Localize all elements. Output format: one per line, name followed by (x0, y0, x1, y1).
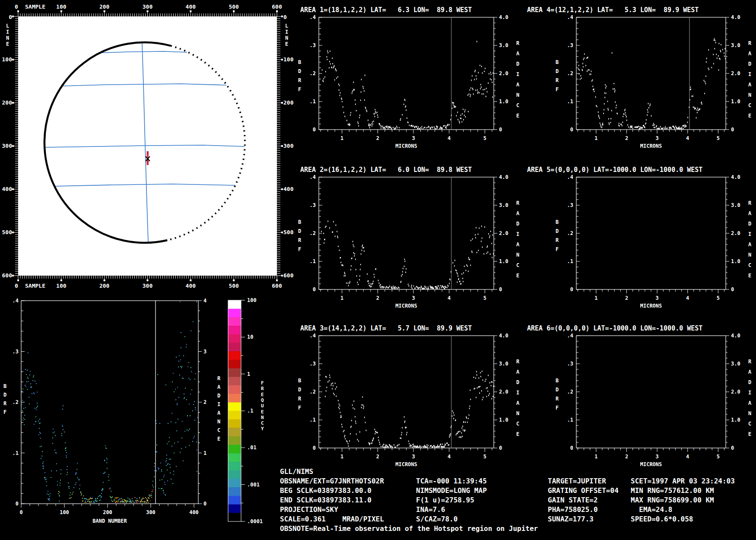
svg-text:0: 0 (313, 127, 316, 133)
info-field: OBSNOTE=Real-Time observation of the Hot… (280, 524, 538, 533)
svg-text:300: 300 (146, 509, 156, 515)
plot-box (319, 17, 494, 130)
y-right-title: D (748, 221, 751, 227)
svg-text:.1: .1 (247, 408, 253, 414)
svg-text:100: 100 (247, 297, 257, 303)
svg-text:0: 0 (731, 286, 734, 292)
info-field: OBSNAME/EXT=G7JNRTHOTS02R (280, 477, 384, 485)
info-field: TARGET=JUPITER (548, 477, 606, 485)
svg-text:.1: .1 (567, 98, 573, 105)
svg-text:100: 100 (60, 509, 69, 515)
y-right-title: D (217, 393, 220, 399)
y-left-title: B (556, 59, 559, 65)
svg-text:4.0: 4.0 (731, 14, 740, 20)
area-plot-title: AREA 1=(18,1,2,2) LAT= 6.3 LON= 89.8 WES… (300, 6, 472, 14)
area-4-spectrum-plot: AREA 4=(12,1,2,2) LAT= 5.3 LON= 89.9 WES… (518, 3, 756, 150)
y-left-title: B (298, 59, 301, 65)
svg-text:0: 0 (313, 445, 316, 451)
plot-box (319, 177, 494, 289)
svg-text:5: 5 (483, 135, 486, 141)
svg-text:5: 5 (717, 454, 720, 460)
y-right-title: A (748, 400, 752, 406)
area-plot-title: AREA 5=(0,0,0,0) LAT=-1000.0 LON=-1000.0… (527, 166, 702, 174)
y-right-title: I (748, 71, 751, 77)
x-axis-title: MICRONS (395, 143, 417, 149)
svg-text:4: 4 (203, 298, 206, 304)
svg-text:.3: .3 (567, 361, 573, 367)
info-field: PHA=758025.0 (548, 505, 598, 514)
frequency-colorbar: 100101.1.01.001.0001FREQUENCY (225, 296, 281, 534)
y-left-title: D (3, 392, 6, 398)
y-left-title: B (298, 378, 301, 384)
svg-text:200: 200 (99, 3, 110, 10)
svg-text:0: 0 (15, 3, 18, 10)
svg-text:300: 300 (2, 143, 13, 149)
area-plot-title: AREA 2=(16,1,2,2) LAT= 6.0 LON= 89.8 WES… (300, 166, 472, 174)
svg-text:.3: .3 (567, 42, 573, 48)
svg-text:100: 100 (2, 56, 13, 63)
info-field: SUNAZ=177.3 (548, 515, 594, 523)
svg-text:2.0: 2.0 (731, 230, 740, 236)
area-5-spectrum-plot: AREA 5=(0,0,0,0) LAT=-1000.0 LON=-1000.0… (518, 163, 756, 310)
colorbar-title: E (261, 392, 264, 397)
plot-axes (21, 301, 202, 508)
y-right-title: A (748, 369, 752, 375)
y-left-title: D (556, 387, 559, 393)
svg-text:3: 3 (412, 295, 415, 301)
info-field: EMA=24.8 (631, 505, 672, 514)
svg-text:2.0: 2.0 (731, 389, 740, 395)
svg-text:2: 2 (376, 454, 379, 460)
svg-text:.2: .2 (310, 230, 316, 236)
svg-text:1: 1 (340, 135, 343, 141)
y-left-title: F (3, 409, 6, 415)
svg-text:4: 4 (448, 454, 451, 460)
svg-text:.4: .4 (13, 298, 19, 304)
svg-text:5: 5 (717, 135, 720, 141)
info-field: S/CAZ=78.0 (416, 515, 457, 523)
plot-box (576, 336, 726, 448)
svg-text:500: 500 (2, 229, 13, 235)
y-right-title: A (748, 51, 752, 57)
y-right-title: D (748, 61, 751, 67)
y-left-title: R (556, 237, 559, 243)
svg-text:0: 0 (499, 286, 502, 292)
svg-text:400: 400 (189, 509, 199, 515)
y-right-title: A (748, 82, 752, 88)
y-right-title: R (217, 375, 221, 381)
svg-text:1: 1 (203, 450, 206, 456)
info-field: MAX RNG=758699.00 KM (631, 496, 714, 504)
svg-text:1: 1 (340, 295, 343, 301)
plot-axes (319, 17, 497, 133)
y-right-title: E (748, 431, 751, 437)
info-field: PROJECTION=SKY (280, 505, 338, 514)
svg-text:0: 0 (731, 445, 734, 451)
y-right-title: A (748, 241, 752, 248)
area-3-spectrum-plot: AREA 3=(14,1,2,2) LAT= 5.7 LON= 89.9 WES… (279, 322, 521, 469)
sky-x-axis-title-top: SAMPLE (25, 3, 45, 10)
svg-text:0: 0 (15, 283, 18, 289)
info-field: END SCLK=03897383.11.0 (280, 496, 372, 504)
svg-text:4.0: 4.0 (731, 174, 740, 180)
y-right-title: R (748, 359, 752, 365)
y-left-title: R (298, 237, 302, 243)
colorbar-title: E (261, 409, 264, 415)
svg-text:0: 0 (203, 501, 206, 507)
plot-box (319, 336, 494, 448)
svg-text:3.0: 3.0 (731, 361, 740, 367)
area-plot-title: AREA 4=(12,1,2,2) LAT= 5.3 LON= 89.9 WES… (527, 6, 699, 14)
svg-text:3.0: 3.0 (499, 202, 508, 208)
y-right-title: C (748, 102, 751, 108)
svg-text:200: 200 (103, 509, 112, 515)
info-field: F(1 u)=2758.95 (416, 496, 474, 504)
y-right-title: R (748, 40, 752, 46)
svg-text:.2: .2 (310, 70, 316, 76)
svg-text:.2: .2 (567, 230, 573, 236)
y-right-title: I (748, 390, 751, 396)
info-field: INA=7.6 (416, 505, 445, 514)
y-left-title: R (556, 77, 559, 83)
y-right-title: I (748, 231, 751, 237)
y-left-title: R (298, 77, 302, 83)
svg-text:2.0: 2.0 (499, 230, 508, 236)
svg-text:2: 2 (376, 135, 379, 141)
svg-text:500: 500 (229, 3, 239, 10)
